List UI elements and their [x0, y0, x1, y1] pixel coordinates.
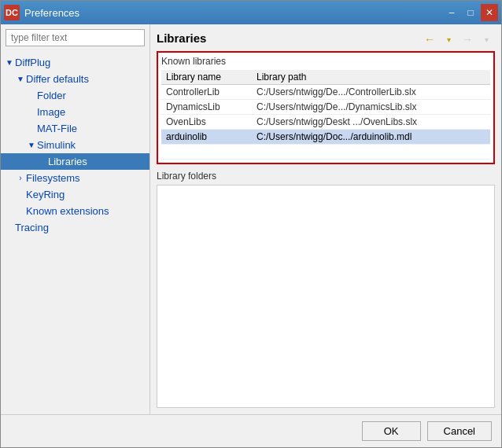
maximize-button[interactable]: □	[462, 4, 479, 21]
sidebar-item-label: Image	[37, 106, 65, 118]
expand-icon-spacer	[4, 222, 15, 233]
table-row-selected[interactable]: arduinolib C:/Users/ntwigg/Doc.../arduin…	[161, 130, 490, 145]
table-row-empty[interactable]	[161, 145, 490, 160]
preferences-window: DC Preferences – □ ✕ ▼ DiffPlug	[0, 0, 502, 448]
forward-dropdown-button[interactable]: ▾	[478, 31, 495, 48]
bottom-bar: OK Cancel	[1, 414, 501, 447]
window-title: Preferences	[24, 7, 79, 19]
back-dropdown-button[interactable]: ▾	[440, 31, 457, 48]
forward-button[interactable]: →	[459, 31, 476, 48]
sidebar-item-label: Filesystems	[26, 172, 80, 184]
expand-icon: ▼	[15, 74, 26, 85]
expand-icon: ▼	[4, 57, 15, 68]
lib-name: DynamicsLib	[161, 100, 252, 115]
sidebar-item-tracing[interactable]: Tracing	[1, 219, 149, 236]
right-panel: Libraries ← ▾ → ▾ Known libraries Librar…	[150, 24, 501, 414]
panel-title: Libraries	[157, 31, 206, 45]
filter-input[interactable]	[6, 29, 145, 46]
back-button[interactable]: ←	[421, 31, 438, 48]
lib-path: C:/Users/ntwigg/De.../ControllerLib.slx	[252, 85, 490, 100]
sidebar: ▼ DiffPlug ▼ Differ defaults Folder	[1, 24, 150, 414]
lib-name: ControllerLib	[161, 85, 252, 100]
known-libraries-section: Known libraries Library name Library pat…	[157, 51, 495, 164]
col-header-path: Library path	[252, 70, 490, 85]
sidebar-item-known-extensions[interactable]: Known extensions	[1, 203, 149, 219]
cancel-button[interactable]: Cancel	[427, 421, 492, 441]
sidebar-item-label: Simulink	[37, 139, 76, 151]
tree: ▼ DiffPlug ▼ Differ defaults Folder	[1, 51, 149, 414]
minimize-button[interactable]: –	[443, 4, 460, 21]
sidebar-item-differ-defaults[interactable]: ▼ Differ defaults	[1, 71, 149, 87]
expand-icon-spacer	[15, 206, 26, 217]
sidebar-item-diffplug[interactable]: ▼ DiffPlug	[1, 54, 149, 71]
lib-name-empty	[161, 145, 252, 160]
library-folders-section: Library folders	[157, 171, 495, 408]
title-bar-left: DC Preferences	[4, 5, 79, 20]
lib-name: arduinolib	[161, 130, 252, 145]
close-button[interactable]: ✕	[481, 4, 498, 21]
main-content: ▼ DiffPlug ▼ Differ defaults Folder	[1, 24, 501, 414]
sidebar-item-label: Libraries	[48, 156, 87, 167]
expand-icon-spacer	[26, 123, 37, 134]
sidebar-item-label: MAT-File	[37, 123, 77, 134]
lib-path: C:/Users/ntwigg/Deskt .../OvenLibs.slx	[252, 115, 490, 130]
expand-icon-spacer	[15, 189, 26, 200]
sidebar-item-image[interactable]: Image	[1, 104, 149, 120]
lib-name: OvenLibs	[161, 115, 252, 130]
sidebar-item-label: Known extensions	[26, 205, 109, 217]
known-libraries-label: Known libraries	[161, 56, 490, 67]
table-row[interactable]: OvenLibs C:/Users/ntwigg/Deskt .../OvenL…	[161, 115, 490, 130]
sidebar-item-label: DiffPlug	[15, 57, 50, 68]
sidebar-item-label: Tracing	[15, 222, 49, 233]
expand-icon-spacer	[26, 90, 37, 101]
app-icon: DC	[4, 5, 20, 20]
table-row[interactable]: ControllerLib C:/Users/ntwigg/De.../Cont…	[161, 85, 490, 100]
lib-path-empty	[252, 145, 490, 160]
sidebar-item-label: Folder	[37, 90, 66, 101]
expand-icon: ›	[15, 173, 26, 184]
sidebar-item-label: KeyRing	[26, 189, 65, 200]
libraries-table: Library name Library path ControllerLib …	[161, 70, 490, 160]
nav-toolbar: ← ▾ → ▾	[421, 31, 495, 48]
col-header-name: Library name	[161, 70, 252, 85]
folders-grid[interactable]	[157, 185, 495, 408]
library-folders-label: Library folders	[157, 171, 495, 182]
sidebar-item-folder[interactable]: Folder	[1, 87, 149, 104]
lib-path: C:/Users/ntwigg/De.../DynamicsLib.slx	[252, 100, 490, 115]
expand-icon-spacer	[37, 156, 48, 167]
lib-path: C:/Users/ntwigg/Doc.../arduinolib.mdl	[252, 130, 490, 145]
sidebar-item-keyring[interactable]: KeyRing	[1, 186, 149, 203]
title-bar: DC Preferences – □ ✕	[1, 1, 501, 24]
sidebar-item-filesystems[interactable]: › Filesystems	[1, 170, 149, 186]
sidebar-item-label: Differ defaults	[26, 73, 89, 85]
title-bar-controls: – □ ✕	[443, 4, 498, 21]
expand-icon: ▼	[26, 140, 37, 151]
right-panel-header: Libraries ← ▾ → ▾	[157, 31, 495, 51]
sidebar-item-libraries[interactable]: Libraries	[1, 153, 149, 170]
sidebar-item-simulink[interactable]: ▼ Simulink	[1, 137, 149, 153]
ok-button[interactable]: OK	[362, 421, 421, 441]
table-header-row: Library name Library path	[161, 70, 490, 85]
expand-icon-spacer	[26, 107, 37, 118]
sidebar-item-mat-file[interactable]: MAT-File	[1, 120, 149, 137]
table-row[interactable]: DynamicsLib C:/Users/ntwigg/De.../Dynami…	[161, 100, 490, 115]
